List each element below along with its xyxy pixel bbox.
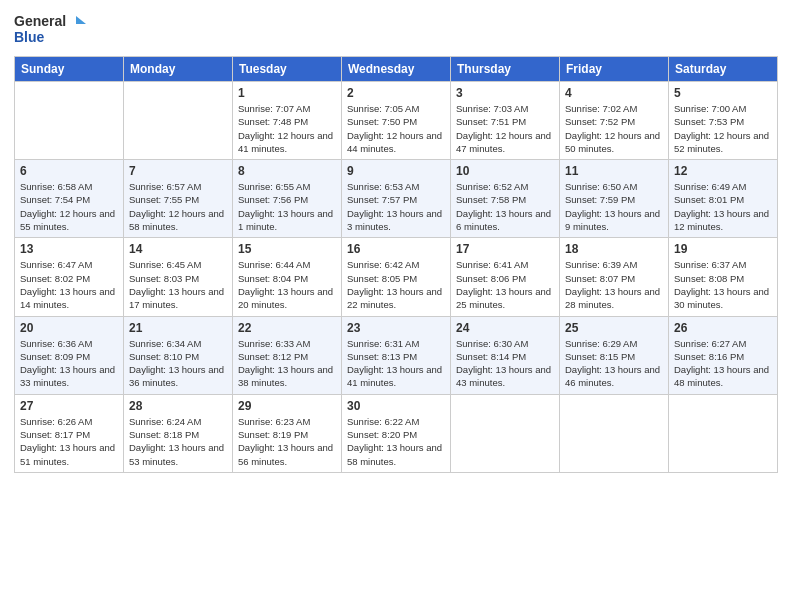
logo-svg: GeneralBlue (14, 10, 94, 48)
calendar-header-row: SundayMondayTuesdayWednesdayThursdayFrid… (15, 57, 778, 82)
calendar-week-row: 13Sunrise: 6:47 AMSunset: 8:02 PMDayligh… (15, 238, 778, 316)
calendar-week-row: 6Sunrise: 6:58 AMSunset: 7:54 PMDaylight… (15, 160, 778, 238)
calendar-weekday-friday: Friday (560, 57, 669, 82)
day-info: Sunrise: 6:27 AMSunset: 8:16 PMDaylight:… (674, 337, 772, 390)
calendar-cell: 23Sunrise: 6:31 AMSunset: 8:13 PMDayligh… (342, 316, 451, 394)
calendar-week-row: 27Sunrise: 6:26 AMSunset: 8:17 PMDayligh… (15, 394, 778, 472)
day-info: Sunrise: 6:55 AMSunset: 7:56 PMDaylight:… (238, 180, 336, 233)
calendar-week-row: 1Sunrise: 7:07 AMSunset: 7:48 PMDaylight… (15, 82, 778, 160)
day-info: Sunrise: 7:00 AMSunset: 7:53 PMDaylight:… (674, 102, 772, 155)
day-number: 14 (129, 242, 227, 256)
day-info: Sunrise: 6:42 AMSunset: 8:05 PMDaylight:… (347, 258, 445, 311)
calendar-cell: 19Sunrise: 6:37 AMSunset: 8:08 PMDayligh… (669, 238, 778, 316)
calendar-cell: 17Sunrise: 6:41 AMSunset: 8:06 PMDayligh… (451, 238, 560, 316)
svg-text:Blue: Blue (14, 29, 45, 45)
day-number: 18 (565, 242, 663, 256)
day-number: 1 (238, 86, 336, 100)
calendar-cell: 29Sunrise: 6:23 AMSunset: 8:19 PMDayligh… (233, 394, 342, 472)
calendar-cell: 13Sunrise: 6:47 AMSunset: 8:02 PMDayligh… (15, 238, 124, 316)
page-header: GeneralBlue (14, 10, 778, 48)
day-number: 2 (347, 86, 445, 100)
day-info: Sunrise: 6:53 AMSunset: 7:57 PMDaylight:… (347, 180, 445, 233)
calendar-cell: 5Sunrise: 7:00 AMSunset: 7:53 PMDaylight… (669, 82, 778, 160)
day-info: Sunrise: 6:26 AMSunset: 8:17 PMDaylight:… (20, 415, 118, 468)
day-info: Sunrise: 6:22 AMSunset: 8:20 PMDaylight:… (347, 415, 445, 468)
day-number: 12 (674, 164, 772, 178)
day-number: 10 (456, 164, 554, 178)
day-info: Sunrise: 7:02 AMSunset: 7:52 PMDaylight:… (565, 102, 663, 155)
calendar-weekday-monday: Monday (124, 57, 233, 82)
calendar-cell: 27Sunrise: 6:26 AMSunset: 8:17 PMDayligh… (15, 394, 124, 472)
day-info: Sunrise: 6:58 AMSunset: 7:54 PMDaylight:… (20, 180, 118, 233)
calendar-cell: 8Sunrise: 6:55 AMSunset: 7:56 PMDaylight… (233, 160, 342, 238)
calendar-cell: 22Sunrise: 6:33 AMSunset: 8:12 PMDayligh… (233, 316, 342, 394)
day-info: Sunrise: 6:34 AMSunset: 8:10 PMDaylight:… (129, 337, 227, 390)
day-info: Sunrise: 6:50 AMSunset: 7:59 PMDaylight:… (565, 180, 663, 233)
calendar-cell: 30Sunrise: 6:22 AMSunset: 8:20 PMDayligh… (342, 394, 451, 472)
day-number: 7 (129, 164, 227, 178)
day-number: 30 (347, 399, 445, 413)
calendar-cell: 12Sunrise: 6:49 AMSunset: 8:01 PMDayligh… (669, 160, 778, 238)
day-number: 8 (238, 164, 336, 178)
day-number: 29 (238, 399, 336, 413)
calendar-cell: 20Sunrise: 6:36 AMSunset: 8:09 PMDayligh… (15, 316, 124, 394)
day-info: Sunrise: 7:03 AMSunset: 7:51 PMDaylight:… (456, 102, 554, 155)
calendar-cell: 3Sunrise: 7:03 AMSunset: 7:51 PMDaylight… (451, 82, 560, 160)
day-info: Sunrise: 6:29 AMSunset: 8:15 PMDaylight:… (565, 337, 663, 390)
day-number: 13 (20, 242, 118, 256)
day-info: Sunrise: 6:45 AMSunset: 8:03 PMDaylight:… (129, 258, 227, 311)
day-number: 20 (20, 321, 118, 335)
calendar-cell: 28Sunrise: 6:24 AMSunset: 8:18 PMDayligh… (124, 394, 233, 472)
calendar-weekday-sunday: Sunday (15, 57, 124, 82)
calendar-cell: 14Sunrise: 6:45 AMSunset: 8:03 PMDayligh… (124, 238, 233, 316)
calendar-cell (15, 82, 124, 160)
day-info: Sunrise: 6:52 AMSunset: 7:58 PMDaylight:… (456, 180, 554, 233)
day-number: 5 (674, 86, 772, 100)
day-info: Sunrise: 6:33 AMSunset: 8:12 PMDaylight:… (238, 337, 336, 390)
day-number: 28 (129, 399, 227, 413)
calendar-cell: 2Sunrise: 7:05 AMSunset: 7:50 PMDaylight… (342, 82, 451, 160)
day-info: Sunrise: 6:39 AMSunset: 8:07 PMDaylight:… (565, 258, 663, 311)
calendar-cell: 21Sunrise: 6:34 AMSunset: 8:10 PMDayligh… (124, 316, 233, 394)
calendar-weekday-tuesday: Tuesday (233, 57, 342, 82)
day-number: 19 (674, 242, 772, 256)
calendar-cell: 25Sunrise: 6:29 AMSunset: 8:15 PMDayligh… (560, 316, 669, 394)
day-number: 11 (565, 164, 663, 178)
svg-text:General: General (14, 13, 66, 29)
calendar-cell: 10Sunrise: 6:52 AMSunset: 7:58 PMDayligh… (451, 160, 560, 238)
day-number: 3 (456, 86, 554, 100)
day-number: 24 (456, 321, 554, 335)
day-number: 22 (238, 321, 336, 335)
day-number: 25 (565, 321, 663, 335)
calendar-cell: 4Sunrise: 7:02 AMSunset: 7:52 PMDaylight… (560, 82, 669, 160)
day-number: 23 (347, 321, 445, 335)
day-info: Sunrise: 6:24 AMSunset: 8:18 PMDaylight:… (129, 415, 227, 468)
svg-marker-2 (76, 16, 86, 24)
day-info: Sunrise: 6:37 AMSunset: 8:08 PMDaylight:… (674, 258, 772, 311)
calendar-cell: 18Sunrise: 6:39 AMSunset: 8:07 PMDayligh… (560, 238, 669, 316)
calendar-cell: 16Sunrise: 6:42 AMSunset: 8:05 PMDayligh… (342, 238, 451, 316)
day-number: 26 (674, 321, 772, 335)
calendar-cell (451, 394, 560, 472)
day-info: Sunrise: 6:49 AMSunset: 8:01 PMDaylight:… (674, 180, 772, 233)
day-number: 6 (20, 164, 118, 178)
calendar-table: SundayMondayTuesdayWednesdayThursdayFrid… (14, 56, 778, 473)
day-info: Sunrise: 6:31 AMSunset: 8:13 PMDaylight:… (347, 337, 445, 390)
calendar-week-row: 20Sunrise: 6:36 AMSunset: 8:09 PMDayligh… (15, 316, 778, 394)
day-info: Sunrise: 7:05 AMSunset: 7:50 PMDaylight:… (347, 102, 445, 155)
day-number: 4 (565, 86, 663, 100)
day-number: 9 (347, 164, 445, 178)
day-info: Sunrise: 6:30 AMSunset: 8:14 PMDaylight:… (456, 337, 554, 390)
calendar-weekday-saturday: Saturday (669, 57, 778, 82)
day-number: 17 (456, 242, 554, 256)
calendar-cell: 6Sunrise: 6:58 AMSunset: 7:54 PMDaylight… (15, 160, 124, 238)
logo: GeneralBlue (14, 10, 94, 48)
calendar-cell: 7Sunrise: 6:57 AMSunset: 7:55 PMDaylight… (124, 160, 233, 238)
calendar-cell: 15Sunrise: 6:44 AMSunset: 8:04 PMDayligh… (233, 238, 342, 316)
calendar-cell: 24Sunrise: 6:30 AMSunset: 8:14 PMDayligh… (451, 316, 560, 394)
day-info: Sunrise: 6:23 AMSunset: 8:19 PMDaylight:… (238, 415, 336, 468)
calendar-weekday-thursday: Thursday (451, 57, 560, 82)
calendar-cell (669, 394, 778, 472)
day-info: Sunrise: 6:44 AMSunset: 8:04 PMDaylight:… (238, 258, 336, 311)
day-info: Sunrise: 6:57 AMSunset: 7:55 PMDaylight:… (129, 180, 227, 233)
